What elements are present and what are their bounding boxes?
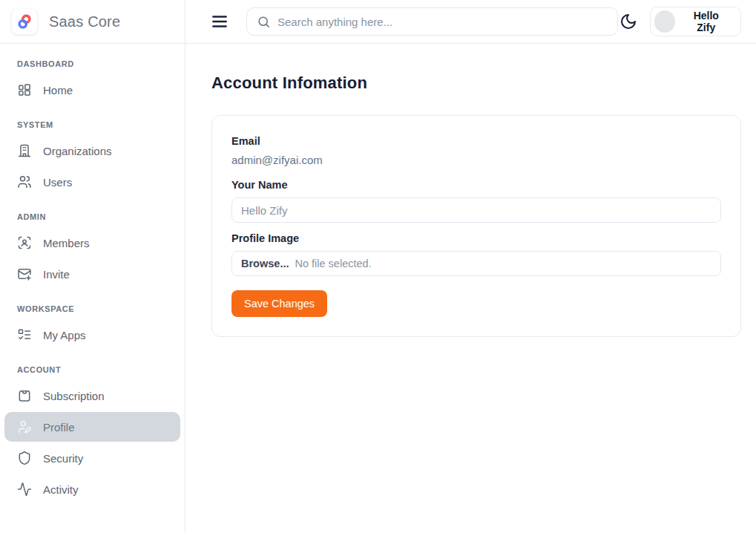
section-label: ADMIN (0, 212, 185, 221)
section-label: WORKSPACE (0, 304, 185, 313)
search-box (246, 7, 618, 36)
sidebar-item-my-apps[interactable]: My Apps (4, 320, 180, 350)
user-menu-button[interactable]: Hello Zify (650, 7, 741, 36)
users-icon (17, 174, 32, 189)
shield-icon (17, 451, 32, 465)
sidebar-item-users[interactable]: Users (4, 167, 180, 197)
sidebar-item-home[interactable]: Home (4, 75, 180, 105)
sidebar-nav: DASHBOARDHomeSYSTEMOrganizationsUsersADM… (0, 44, 185, 506)
sidebar-item-label: Invite (43, 268, 70, 281)
file-status-text: No file selected. (295, 258, 371, 269)
sidebar-item-label: Profile (43, 421, 75, 434)
avatar (654, 10, 676, 33)
save-changes-button[interactable]: Save Changes (231, 290, 327, 317)
search-icon (257, 15, 271, 29)
user-pen-icon (17, 419, 32, 434)
dark-mode-toggle[interactable] (618, 11, 639, 32)
sidebar-item-members[interactable]: Members (4, 228, 180, 258)
mail-plus-icon (17, 266, 32, 281)
name-input[interactable] (231, 197, 721, 223)
moon-icon (619, 13, 637, 30)
sidebar-item-label: Members (43, 237, 90, 249)
user-name: Hello Zify (683, 10, 729, 33)
building-icon (17, 143, 32, 158)
profile-image-file-input[interactable]: Browse... No file selected. (231, 251, 721, 276)
sidebar-item-activity[interactable]: Activity (4, 474, 180, 504)
hamburger-icon (210, 12, 229, 31)
sidebar-section-dashboard: DASHBOARDHome (0, 59, 185, 105)
file-browse-label[interactable]: Browse... (241, 258, 289, 269)
sidebar-item-organizations[interactable]: Organizations (4, 136, 180, 166)
sidebar-section-workspace: WORKSPACEMy Apps (0, 304, 185, 350)
sidebar-item-security[interactable]: Security (4, 443, 180, 473)
section-label: ACCOUNT (0, 365, 185, 374)
sidebar-item-label: Organizations (43, 145, 112, 157)
name-label: Your Name (231, 179, 721, 191)
dashboard-icon (17, 82, 32, 97)
sidebar-item-profile[interactable]: Profile (4, 412, 180, 442)
activity-icon (17, 482, 32, 497)
main-content: Account Infomation Email admin@zifyai.co… (185, 44, 756, 337)
user-scan-icon (17, 235, 32, 250)
sidebar-item-label: Activity (43, 483, 79, 496)
sidebar-section-admin: ADMINMembersInvite (0, 212, 185, 289)
sidebar-item-label: Security (43, 452, 83, 465)
sidebar-section-system: SYSTEMOrganizationsUsers (0, 120, 185, 197)
sidebar-item-invite[interactable]: Invite (4, 259, 180, 289)
email-label: Email (231, 135, 721, 147)
sidebar-item-label: Subscription (43, 390, 105, 402)
list-checks-icon (17, 327, 32, 342)
sidebar-item-label: My Apps (43, 329, 86, 341)
page-title: Account Infomation (211, 73, 741, 93)
topbar: Hello Zify (185, 0, 756, 44)
sidebar: Saas Core DASHBOARDHomeSYSTEMOrganizatio… (0, 0, 185, 533)
brand[interactable]: Saas Core (0, 0, 185, 44)
menu-toggle-button[interactable] (208, 10, 231, 33)
sidebar-item-label: Users (43, 176, 72, 189)
section-label: SYSTEM (0, 120, 185, 129)
search-input[interactable] (277, 16, 608, 28)
account-info-card: Email admin@zifyai.com Your Name Profile… (211, 115, 741, 337)
email-value: admin@zifyai.com (231, 154, 721, 166)
profile-image-label: Profile Image (231, 232, 721, 244)
brand-name: Saas Core (49, 13, 120, 30)
shopping-bag-icon (17, 388, 32, 403)
sidebar-item-subscription[interactable]: Subscription (4, 381, 180, 411)
section-label: DASHBOARD (0, 59, 185, 68)
sidebar-item-label: Home (43, 84, 73, 97)
sidebar-section-account: ACCOUNTSubscriptionProfileSecurityActivi… (0, 365, 185, 504)
brand-logo-icon (12, 9, 37, 34)
